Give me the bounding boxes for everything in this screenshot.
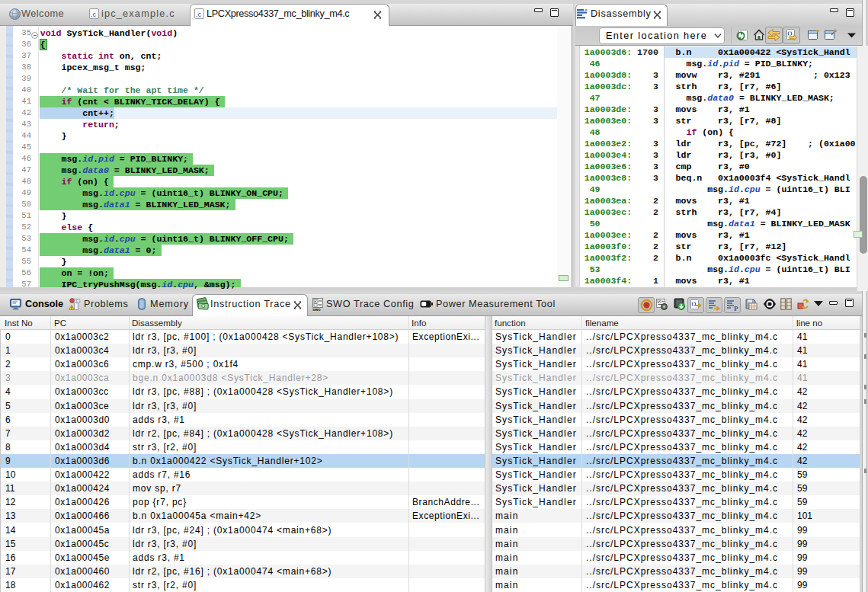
svg-text:.c: .c bbox=[196, 11, 202, 18]
svg-text:swo: swo bbox=[312, 307, 321, 312]
svg-text:P: P bbox=[734, 305, 738, 312]
svg-text:.c: .c bbox=[91, 11, 97, 18]
